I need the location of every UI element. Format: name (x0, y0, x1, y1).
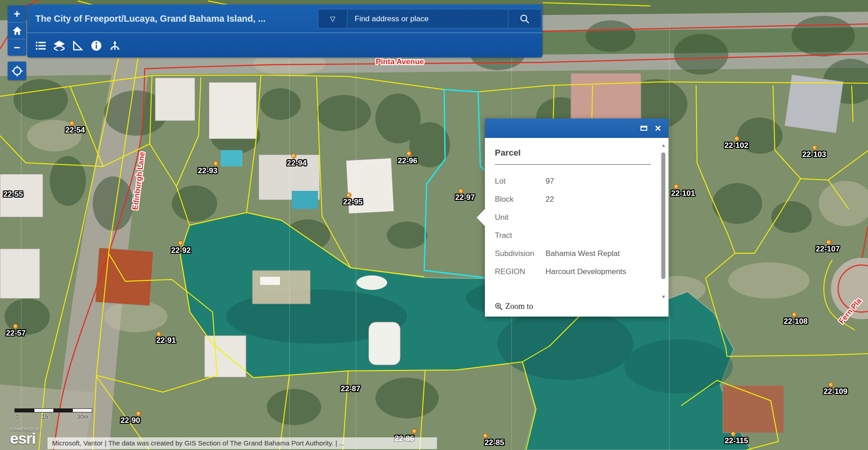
map-pin[interactable] (178, 241, 184, 246)
share-icon (109, 40, 120, 51)
app-title: The City of Freeport/Lucaya, Grand Baham… (35, 5, 266, 33)
search-button[interactable] (508, 9, 541, 28)
pin-icon (406, 150, 413, 157)
info-button[interactable] (91, 40, 102, 51)
street-label: Pinta Avenue (376, 57, 424, 66)
scroll-up-icon[interactable]: ▲ (660, 142, 667, 148)
map-pin[interactable] (346, 193, 352, 198)
locate-button[interactable] (8, 62, 26, 80)
pin-icon (482, 432, 489, 440)
popup-titlebar[interactable]: ✕ (485, 118, 669, 138)
field-label: REGION (495, 267, 545, 276)
parcel-label: 22-108 (784, 317, 808, 326)
scalebar-label: 15 (42, 413, 48, 420)
field-value: 22 (545, 195, 554, 204)
popup-field-row: Lot97 (495, 172, 658, 190)
crosshair-icon (12, 66, 23, 76)
popup-scrollbar[interactable]: ▲ ▼ (660, 142, 667, 299)
map-pin[interactable] (731, 431, 736, 437)
search-icon (520, 14, 530, 24)
map-pin[interactable] (213, 161, 219, 166)
map-toolbar (27, 33, 542, 57)
map-pin[interactable] (13, 324, 19, 329)
parcel-label: 22-103 (802, 150, 826, 159)
parcel-label: 22-101 (671, 189, 695, 198)
parcel-label: 22-91 (156, 336, 175, 345)
attribution-bar: Microsoft, Vantor | The data was created… (47, 437, 437, 449)
popup-title: Parcel (495, 148, 521, 158)
map-pin[interactable] (812, 145, 818, 151)
parcel-label: 22-97 (455, 193, 474, 202)
parcel-label: 22-93 (198, 166, 217, 175)
pin-icon (730, 431, 737, 438)
maximize-icon[interactable] (640, 126, 647, 131)
pin-icon (828, 381, 835, 388)
pin-icon (346, 192, 353, 199)
popup-field-row: Unit (495, 208, 658, 227)
zoom-to-link[interactable]: Zoom to (495, 302, 533, 311)
pin-icon (458, 188, 465, 195)
esri-logo: POWERED BY esri (10, 427, 42, 445)
layers-icon (54, 41, 65, 51)
pin-icon (135, 410, 142, 417)
measurement-button[interactable] (72, 40, 83, 51)
field-label: Block (495, 195, 545, 204)
map-pin[interactable] (157, 332, 162, 337)
map-pin[interactable] (412, 429, 417, 434)
close-icon[interactable]: ✕ (655, 124, 661, 133)
popup-field-row: Block22 (495, 190, 658, 208)
field-value: 97 (545, 177, 554, 186)
feature-popup: ✕ Parcel Lot97Block22UnitTractSubdivisio… (485, 118, 669, 317)
map-pin[interactable] (136, 411, 142, 417)
map-pin[interactable] (291, 153, 297, 159)
share-button[interactable] (109, 40, 120, 51)
parcel-label: 22-102 (725, 141, 749, 150)
map-pin[interactable] (792, 312, 797, 317)
map-pin[interactable] (483, 433, 489, 439)
parcel-label: 22-109 (824, 387, 848, 396)
map-pin[interactable] (735, 136, 740, 142)
esri-wordmark: esri (10, 431, 42, 445)
scroll-down-icon[interactable]: ▼ (660, 294, 667, 299)
layers-button[interactable] (54, 40, 65, 51)
zoom-out-button[interactable]: − (8, 39, 26, 56)
zoom-in-button[interactable]: + (8, 5, 26, 22)
search-bar: ▽ (318, 9, 541, 28)
legend-icon (36, 41, 46, 50)
map-pin[interactable] (70, 121, 75, 126)
field-label: Subdivision (495, 249, 545, 258)
zoom-to-label: Zoom to (505, 302, 533, 311)
parcel-label: 22-94 (287, 159, 306, 168)
field-label: Unit (495, 213, 545, 222)
pin-icon (825, 239, 833, 246)
title-bar: The City of Freeport/Lucaya, Grand Baham… (27, 5, 542, 33)
field-label: Lot (495, 177, 545, 186)
parcel-label: 22-87 (341, 384, 360, 393)
search-input[interactable] (347, 9, 508, 28)
field-value: Harcourt Developments (545, 267, 626, 276)
scalebar-label: 0 (15, 413, 19, 420)
legend-button[interactable] (35, 40, 46, 51)
pin-icon (12, 323, 19, 330)
triangle-down-icon: ▽ (330, 15, 336, 23)
map-pin[interactable] (826, 240, 832, 245)
search-source-dropdown[interactable]: ▽ (318, 9, 347, 28)
map-canvas[interactable] (0, 0, 868, 450)
popup-divider (495, 164, 651, 165)
map-pin[interactable] (407, 151, 412, 156)
pin-icon (791, 311, 798, 318)
popup-fields: Lot97Block22UnitTractSubdivisionBahamia … (495, 172, 658, 281)
info-icon (91, 40, 102, 51)
parcel-label: 22-57 (6, 329, 25, 338)
scalebar-label: 30m (77, 413, 88, 420)
scrollbar-thumb[interactable] (661, 152, 665, 279)
map-pin[interactable] (674, 184, 679, 189)
parcel-label: 22-90 (120, 416, 140, 425)
parcel-label: 22-115 (725, 436, 748, 445)
parcel-label: 22-96 (398, 156, 417, 166)
map-pin[interactable] (459, 189, 464, 194)
map-pin[interactable] (829, 382, 834, 388)
home-button[interactable] (8, 22, 26, 39)
zoom-controls: + − (8, 5, 26, 56)
parcel-label: 22-92 (171, 246, 190, 255)
